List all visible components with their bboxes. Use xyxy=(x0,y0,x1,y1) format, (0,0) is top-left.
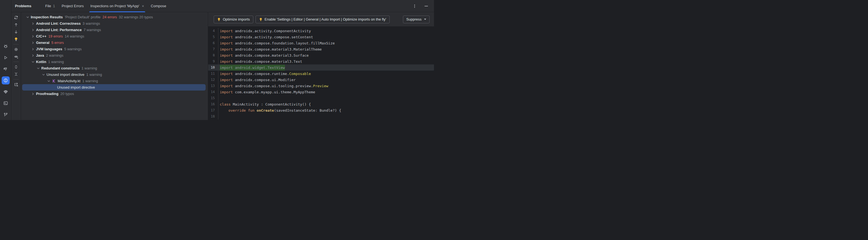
suppress-dropdown-button[interactable]: Suppress xyxy=(403,16,430,23)
tab-label: File xyxy=(45,4,51,8)
toolbar-open-in-window-button[interactable] xyxy=(12,81,20,88)
next-problem-icon xyxy=(14,30,18,34)
optimize-imports-button[interactable]: Optimize imports xyxy=(214,16,253,23)
tree-item-label: C/C++ xyxy=(36,34,46,38)
line-number: 6 xyxy=(208,40,218,46)
tree-row-redundant-constructs[interactable]: Redundant constructs1 warning xyxy=(22,65,206,71)
toolbar-quick-fix-bulb-button[interactable] xyxy=(12,35,20,43)
tree-item-detail: 1 warning xyxy=(48,60,64,64)
line-code-text: import com.example.myapp.ui.theme.MyAppT… xyxy=(218,90,315,94)
tab-inspections-on-project-myapp[interactable]: Inspections on Project 'MyApp'× xyxy=(87,0,148,12)
chevron-down-icon[interactable] xyxy=(41,73,46,77)
terminal-icon xyxy=(3,101,8,106)
line-number: 16 xyxy=(208,101,218,107)
tool-window-stripe xyxy=(0,0,11,120)
code-line-12: 12import androidx.compose.ui.Modifier xyxy=(208,77,434,83)
chevron-right-icon[interactable] xyxy=(31,21,35,26)
close-tab-icon[interactable]: × xyxy=(142,4,144,8)
tab-label: Inspections on Project 'MyApp' xyxy=(90,4,140,8)
tab-compose[interactable]: Compose xyxy=(148,0,169,12)
quick-fix-bulb-icon xyxy=(217,18,221,21)
tree-item-detail: 1 warning xyxy=(82,79,98,83)
chevron-right-icon[interactable] xyxy=(31,34,35,38)
chevron-down-icon[interactable] xyxy=(26,15,30,20)
tab-file[interactable]: File1 xyxy=(42,0,58,12)
tree-item-label: Proofreading xyxy=(36,92,59,96)
chevron-right-icon[interactable] xyxy=(31,41,35,45)
line-number: 14 xyxy=(208,89,218,95)
tab-project-errors[interactable]: Project Errors xyxy=(58,0,87,12)
toolbar-settings-gear-button[interactable] xyxy=(12,46,20,53)
open-in-window-icon xyxy=(14,82,18,87)
problems-icon xyxy=(3,78,8,83)
enable-optimize-on-the-fly-button[interactable]: Enable 'Settings | Editor | General | Au… xyxy=(255,16,390,23)
tree-row-android-lint-performance[interactable]: Android Lint: Performance7 warnings xyxy=(22,27,206,33)
tree-item-detail: 1 warning xyxy=(87,73,102,77)
tree-row-general[interactable]: General5 errors xyxy=(22,39,206,46)
stripe-item-problems[interactable] xyxy=(2,76,10,84)
view-options-eye-icon xyxy=(14,54,18,59)
chevron-right-icon[interactable] xyxy=(31,47,35,51)
tree-row-java[interactable]: Java2 warnings xyxy=(22,52,206,59)
chevron-down-icon[interactable] xyxy=(36,66,40,71)
line-number: 17 xyxy=(208,107,218,113)
tree-row-proofreading[interactable]: Proofreading20 typos xyxy=(22,90,206,97)
line-code-text: import androidx.compose.ui.Modifier xyxy=(218,78,296,82)
stripe-item-version-control[interactable] xyxy=(2,111,10,118)
minimize-icon[interactable] xyxy=(424,3,429,9)
code-line-14: 14import com.example.myapp.ui.theme.MyAp… xyxy=(208,89,434,95)
tree-row-mainactivity-kt[interactable]: MainActivity.kt1 warning xyxy=(22,78,206,84)
code-editor[interactable]: 4import androidx.activity.ComponentActiv… xyxy=(208,26,434,120)
tree-row-c-c[interactable]: C/C++19 errors14 warnings xyxy=(22,33,206,39)
line-code-text: override fun onCreate(savedInstanceState… xyxy=(218,108,341,112)
chevron-down-icon[interactable] xyxy=(46,79,51,83)
code-line-18: 18 xyxy=(208,113,434,119)
tree-row-kotlin[interactable]: Kotlin1 warning xyxy=(22,59,206,65)
kebab-menu-icon[interactable] xyxy=(412,3,417,9)
tree-item-label: Redundant constructs xyxy=(41,66,80,70)
code-line-9: 9import androidx.compose.material3.Text xyxy=(208,58,434,64)
stripe-item-terminal[interactable] xyxy=(2,99,10,107)
line-number: 9 xyxy=(208,58,218,64)
view-tabs: File1Project ErrorsInspections on Projec… xyxy=(42,0,169,12)
stripe-item-logcat[interactable] xyxy=(2,65,10,73)
line-code-text: import androidx.activity.ComponentActivi… xyxy=(218,29,311,33)
unused-import-highlight: import android.widget.TextView xyxy=(220,65,285,71)
tree-item-error-count: 24 errors xyxy=(102,15,117,19)
logcat-icon xyxy=(3,67,8,71)
optimize-imports-label: Optimize imports xyxy=(223,17,250,21)
problems-toolbar xyxy=(11,12,21,120)
stripe-item-run[interactable] xyxy=(2,54,10,62)
tree-item-detail: 7 warnings xyxy=(84,28,101,32)
chevron-right-icon[interactable] xyxy=(31,28,35,32)
toolbar-rerun-inspection-button[interactable] xyxy=(12,14,20,21)
toolbar-next-problem-button[interactable] xyxy=(12,28,20,35)
tree-row-android-lint-correctness[interactable]: Android Lint: Correctness3 warnings xyxy=(22,20,206,27)
chevron-right-icon[interactable] xyxy=(31,53,35,58)
tree-item-label: Android Lint: Performance xyxy=(36,28,82,32)
tree-item-label: Java xyxy=(36,53,44,57)
toolbar-separator xyxy=(13,62,19,62)
toolbar-view-options-eye-button[interactable] xyxy=(12,53,20,60)
tool-window-title: Problems xyxy=(15,0,31,12)
stripe-item-debug[interactable] xyxy=(2,42,10,50)
tree-item-detail: 'Project Default' profile xyxy=(65,15,101,19)
toolbar-expand-all-button[interactable] xyxy=(12,63,20,71)
tree-row-inspection-results[interactable]: Inspection Results'Project Default' prof… xyxy=(22,14,206,20)
tree-item-label: Unused import directive xyxy=(57,85,95,89)
toolbar-collapse-all-button[interactable] xyxy=(12,71,20,78)
chevron-down-icon[interactable] xyxy=(31,60,35,64)
settings-gear-icon xyxy=(14,47,18,52)
tree-row-unused-import-directive[interactable]: Unused import directive1 warning xyxy=(22,71,206,78)
tree-row-jvm-languages[interactable]: JVM languages5 warnings xyxy=(22,46,206,52)
line-number: 7 xyxy=(208,46,218,52)
toolbar-previous-problem-button[interactable] xyxy=(12,21,20,28)
tree-row-unused-import-directive[interactable]: Unused import directive xyxy=(22,84,206,90)
chevron-right-icon[interactable] xyxy=(31,92,35,96)
tab-count-badge: 1 xyxy=(53,4,55,8)
stripe-item-app-insights-gem[interactable] xyxy=(2,88,10,96)
previous-problem-icon xyxy=(14,23,18,27)
tree-item-detail: 2 warnings xyxy=(46,53,63,57)
line-code-text: class MainActivity : ComponentActivity()… xyxy=(218,102,311,106)
debug-icon xyxy=(3,44,8,49)
